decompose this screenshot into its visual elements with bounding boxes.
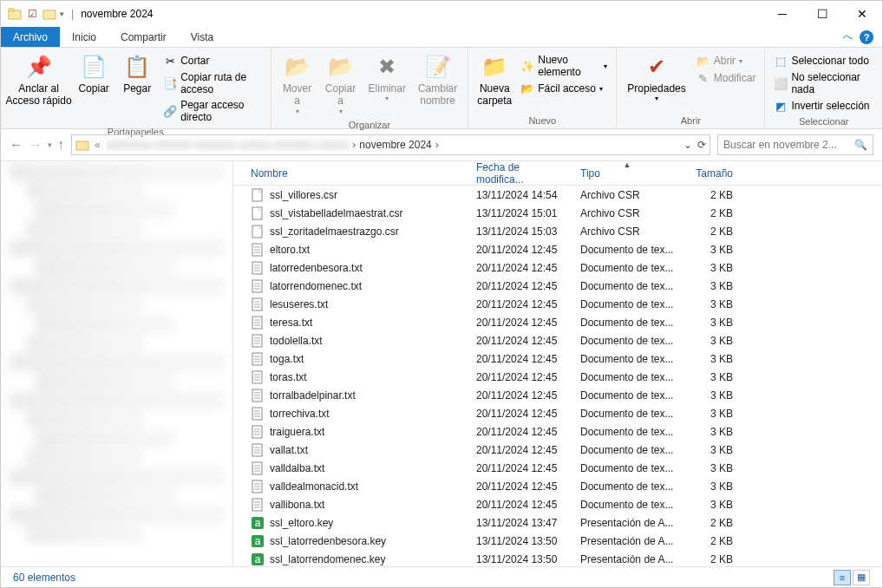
file-type: Presentación de A... xyxy=(575,517,679,529)
file-icon xyxy=(251,279,265,293)
cut-button[interactable]: ✂Cortar xyxy=(161,53,263,69)
file-row[interactable]: latorredenbesora.txt20/11/2024 12:45Docu… xyxy=(233,258,882,277)
close-button[interactable]: ✕ xyxy=(842,1,882,27)
file-row[interactable]: ssl_vistabelladelmaestrat.csr13/11/2024 … xyxy=(233,204,882,222)
file-date: 20/11/2024 12:45 xyxy=(471,371,575,383)
delete-button[interactable]: ✖Eliminar▾ xyxy=(365,51,409,105)
recent-dropdown-icon[interactable]: ▾ xyxy=(48,140,52,149)
open-button[interactable]: 📂Abrir ▾ xyxy=(695,53,758,69)
copyto-icon: 📂 xyxy=(327,53,355,81)
forward-button[interactable]: → xyxy=(29,137,43,153)
file-row[interactable]: torrechiva.txt20/11/2024 12:45Documento … xyxy=(233,404,882,422)
up-button[interactable]: ↑ xyxy=(57,137,64,153)
file-row[interactable]: toga.txt20/11/2024 12:45Documento de tex… xyxy=(233,350,882,368)
file-icon xyxy=(251,261,265,275)
select-all-button[interactable]: ⬚Seleccionar todo xyxy=(772,53,875,69)
move-to-button[interactable]: 📂Mover a▾ xyxy=(278,51,317,117)
file-name: vallat.txt xyxy=(245,443,471,457)
file-type: Documento de tex... xyxy=(575,298,679,310)
file-row[interactable]: ssl_villores.csr13/11/2024 14:54Archivo … xyxy=(233,186,882,204)
maximize-button[interactable]: ☐ xyxy=(802,1,842,27)
file-row[interactable]: valldalba.txt20/11/2024 12:45Documento d… xyxy=(233,459,882,477)
col-date[interactable]: Fecha de modifica... xyxy=(471,161,575,186)
refresh-button[interactable]: ⟳ xyxy=(697,139,706,151)
nav-bar: ← → ▾ ↑ « xxxxxxxxx xxxxxxx xxxxxxxx xxx… xyxy=(1,129,882,160)
paste-shortcut-button[interactable]: 🔗Pegar acceso directo xyxy=(161,98,263,124)
minimize-button[interactable]: ─ xyxy=(762,1,802,27)
view-details-button[interactable]: ≡ xyxy=(834,570,851,585)
file-row[interactable]: traiguera.txt20/11/2024 12:45Documento d… xyxy=(233,422,882,441)
invert-selection-button[interactable]: ◩Invertir selección xyxy=(772,98,875,114)
col-name[interactable]: Nombre xyxy=(245,167,471,180)
new-item-icon: ✨ xyxy=(520,59,534,73)
easy-access-button[interactable]: 📂Fácil acceso ▾ xyxy=(519,81,609,96)
file-row[interactable]: eltoro.txt20/11/2024 12:45Documento de t… xyxy=(233,240,882,258)
file-icon xyxy=(251,498,265,512)
window-title: novembre 2024 xyxy=(81,8,153,20)
file-type: Documento de tex... xyxy=(575,353,679,365)
tab-view[interactable]: Vista xyxy=(179,27,226,47)
file-row[interactable]: toras.txt20/11/2024 12:45Documento de te… xyxy=(233,368,882,386)
nav-tree[interactable] xyxy=(1,161,233,566)
new-folder-button[interactable]: 📁Nueva carpeta xyxy=(475,51,513,109)
copy-to-button[interactable]: 📂Copiar a▾ xyxy=(322,51,360,117)
properties-button[interactable]: ✔Propiedades▾ xyxy=(624,51,689,105)
checkbox-quick-icon[interactable]: ☑ xyxy=(25,7,39,21)
file-type: Archivo CSR xyxy=(575,189,679,201)
help-icon[interactable]: ? xyxy=(860,30,873,44)
file-row[interactable]: assl_eltoro.key13/11/2024 13:47Presentac… xyxy=(233,513,882,532)
ribbon-collapse-icon[interactable]: へ xyxy=(843,30,853,43)
status-bar: 60 elementos ≡ ▦ xyxy=(1,566,882,587)
file-type: Presentación de A... xyxy=(575,553,679,565)
tab-file[interactable]: Archivo xyxy=(1,27,60,47)
tab-share[interactable]: Compartir xyxy=(108,27,179,47)
file-date: 20/11/2024 12:45 xyxy=(471,353,575,365)
svg-rect-1 xyxy=(9,9,14,11)
file-icon xyxy=(251,389,265,402)
address-bar[interactable]: « xxxxxxxxx xxxxxxx xxxxxxxx xxxxxx xxxx… xyxy=(71,134,710,155)
file-row[interactable]: vallat.txt20/11/2024 12:45Documento de t… xyxy=(233,441,882,459)
group-new-label: Nuevo xyxy=(475,113,609,128)
select-all-icon: ⬚ xyxy=(774,54,788,68)
rename-icon: 📝 xyxy=(424,53,452,81)
pin-quickaccess-button[interactable]: 📌 Anclar al Acceso rápido xyxy=(8,51,69,109)
select-none-button[interactable]: ⬜No seleccionar nada xyxy=(772,70,875,96)
col-size[interactable]: Tamaño xyxy=(679,167,749,180)
file-row[interactable]: teresa.txt20/11/2024 12:45Documento de t… xyxy=(233,313,882,331)
file-type: Documento de tex... xyxy=(575,335,679,347)
view-icons-button[interactable]: ▦ xyxy=(853,570,870,585)
new-item-button[interactable]: ✨Nuevo elemento ▾ xyxy=(519,53,609,79)
file-row[interactable]: valldealmonacid.txt20/11/2024 12:45Docum… xyxy=(233,477,882,495)
tab-home[interactable]: Inicio xyxy=(60,27,108,47)
file-date: 20/11/2024 12:45 xyxy=(471,480,575,493)
copy-path-button[interactable]: 📑Copiar ruta de acceso xyxy=(161,70,263,96)
col-type[interactable]: ▲Tipo xyxy=(575,167,679,180)
file-row[interactable]: lesuseres.txt20/11/2024 12:45Documento d… xyxy=(233,295,882,313)
file-row[interactable]: ssl_zoritadelmaestrazgo.csr13/11/2024 15… xyxy=(233,222,882,240)
file-date: 20/11/2024 12:45 xyxy=(471,389,575,402)
address-dropdown-icon[interactable]: ⌄ xyxy=(684,139,692,151)
file-row[interactable]: vallibona.txt20/11/2024 12:45Documento d… xyxy=(233,495,882,513)
breadcrumb-current[interactable]: novembre 2024 xyxy=(359,139,431,151)
file-row[interactable]: assl_latorredenbesora.key13/11/2024 13:5… xyxy=(233,532,882,550)
file-size: 3 KB xyxy=(679,389,749,402)
paste-button[interactable]: 📋 Pegar xyxy=(118,51,156,96)
file-row[interactable]: assl_latorrendomenec.key13/11/2024 13:50… xyxy=(233,550,882,566)
file-row[interactable]: todolella.txt20/11/2024 12:45Documento d… xyxy=(233,331,882,350)
quickaccess-dropdown-icon[interactable]: ▾ xyxy=(60,10,64,18)
file-date: 13/11/2024 15:01 xyxy=(471,207,575,219)
edit-button[interactable]: ✎Modificar xyxy=(695,70,758,86)
search-input[interactable]: Buscar en novembre 2... 🔍 xyxy=(717,134,873,155)
file-type: Documento de tex... xyxy=(575,244,679,256)
svg-rect-2 xyxy=(43,10,56,19)
file-type: Documento de tex... xyxy=(575,389,679,402)
copy-button[interactable]: 📄 Copiar xyxy=(75,51,113,96)
file-size: 3 KB xyxy=(679,335,749,347)
pin-icon: 📌 xyxy=(25,53,53,81)
back-button[interactable]: ← xyxy=(10,137,23,153)
file-icon xyxy=(251,243,265,257)
rename-button[interactable]: 📝Cambiar nombre xyxy=(415,51,461,109)
file-name: teresa.txt xyxy=(245,316,471,330)
file-row[interactable]: latorrendomenec.txt20/11/2024 12:45Docum… xyxy=(233,277,882,295)
file-row[interactable]: torralbadelpinar.txt20/11/2024 12:45Docu… xyxy=(233,386,882,404)
